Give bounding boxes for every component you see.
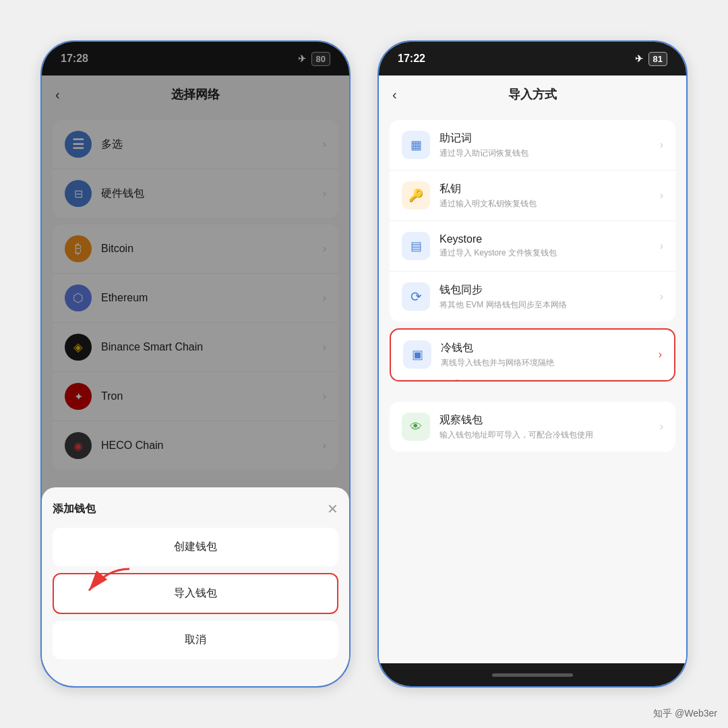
walletsync-text: 钱包同步 将其他 EVM 网络钱包同步至本网络 bbox=[439, 283, 660, 311]
import-method-list: ▦ 助记词 通过导入助记词恢复钱包 › 🔑 私钥 通过输入明文私钥恢复钱包 › bbox=[379, 113, 686, 663]
watch-chevron: › bbox=[660, 421, 663, 433]
mnemonic-desc: 通过导入助记词恢复钱包 bbox=[439, 148, 660, 159]
time-right: 17:22 bbox=[398, 53, 425, 65]
battery-right: 81 bbox=[648, 52, 667, 66]
method-card-standard: ▦ 助记词 通过导入助记词恢复钱包 › 🔑 私钥 通过输入明文私钥恢复钱包 › bbox=[390, 120, 675, 322]
watch-icon: 👁 bbox=[402, 413, 430, 441]
right-page-header: ‹ 导入方式 bbox=[379, 75, 686, 113]
right-phone-content: ‹ 导入方式 ▦ 助记词 通过导入助记词恢复钱包 › 🔑 私钥 bbox=[379, 75, 686, 663]
keystore-desc: 通过导入 Keystore 文件恢复钱包 bbox=[439, 247, 660, 259]
right-arrow-annotation bbox=[411, 374, 465, 382]
walletsync-chevron: › bbox=[660, 291, 663, 303]
cold-chevron: › bbox=[659, 348, 662, 361]
walletsync-desc: 将其他 EVM 网络钱包同步至本网络 bbox=[439, 299, 660, 311]
cold-icon: ▣ bbox=[403, 340, 431, 369]
keystore-chevron: › bbox=[660, 240, 663, 252]
sheet-header: 添加钱包 ✕ bbox=[53, 501, 338, 517]
privatekey-text: 私钥 通过输入明文私钥恢复钱包 bbox=[439, 182, 660, 210]
privatekey-title: 私钥 bbox=[439, 182, 660, 196]
cold-text: 冷钱包 离线导入钱包并与网络环境隔绝 bbox=[441, 341, 659, 369]
status-right-right: ✈ 81 bbox=[635, 52, 667, 66]
keystore-icon: ▤ bbox=[402, 232, 430, 260]
watch-wallet-card: 👁 观察钱包 输入钱包地址即可导入，可配合冷钱包使用 › bbox=[390, 402, 675, 452]
right-phone: 17:22 ✈ 81 ‹ 导入方式 ▦ 助记词 通过导入助记词恢复钱包 › bbox=[377, 40, 688, 688]
method-item-watch[interactable]: 👁 观察钱包 输入钱包地址即可导入，可配合冷钱包使用 › bbox=[390, 402, 675, 452]
method-item-walletsync[interactable]: ⟳ 钱包同步 将其他 EVM 网络钱包同步至本网络 › bbox=[390, 272, 675, 322]
left-phone: 17:28 ✈ 80 ‹ 选择网络 ☰ 多选 › ⊟ 硬件钱包 › bbox=[40, 40, 351, 688]
method-item-privatekey[interactable]: 🔑 私钥 通过输入明文私钥恢复钱包 › bbox=[390, 171, 675, 221]
cold-desc: 离线导入钱包并与网络环境隔绝 bbox=[441, 357, 659, 369]
arrow-annotation-left bbox=[82, 562, 136, 599]
mnemonic-title: 助记词 bbox=[439, 131, 660, 146]
method-item-mnemonic[interactable]: ▦ 助记词 通过导入助记词恢复钱包 › bbox=[390, 120, 675, 171]
cancel-button[interactable]: 取消 bbox=[53, 621, 338, 659]
cold-title: 冷钱包 bbox=[441, 341, 659, 355]
walletsync-icon: ⟳ bbox=[402, 282, 430, 311]
close-button[interactable]: ✕ bbox=[327, 501, 338, 517]
right-home-bar bbox=[492, 673, 573, 677]
right-page-title: 导入方式 bbox=[508, 86, 557, 102]
right-home-indicator bbox=[379, 663, 686, 686]
watermark: 知乎 @Web3er bbox=[653, 708, 717, 720]
privatekey-icon: 🔑 bbox=[402, 181, 430, 210]
mnemonic-text: 助记词 通过导入助记词恢复钱包 bbox=[439, 131, 660, 159]
privatekey-chevron: › bbox=[660, 189, 663, 202]
method-item-cold[interactable]: ▣ 冷钱包 离线导入钱包并与网络环境隔绝 › bbox=[391, 330, 674, 380]
watch-desc: 输入钱包地址即可导入，可配合冷钱包使用 bbox=[439, 429, 660, 441]
status-bar-right: 17:22 ✈ 81 bbox=[379, 42, 686, 75]
create-wallet-button[interactable]: 创建钱包 bbox=[53, 528, 338, 566]
right-back-button[interactable]: ‹ bbox=[392, 87, 397, 102]
method-item-keystore[interactable]: ▤ Keystore 通过导入 Keystore 文件恢复钱包 › bbox=[390, 221, 675, 272]
mnemonic-icon: ▦ bbox=[402, 131, 430, 159]
watch-text: 观察钱包 输入钱包地址即可导入，可配合冷钱包使用 bbox=[439, 413, 660, 441]
red-arrow-right bbox=[411, 374, 465, 382]
mnemonic-chevron: › bbox=[660, 139, 663, 151]
sheet-title: 添加钱包 bbox=[53, 502, 96, 516]
keystore-title: Keystore bbox=[439, 233, 660, 245]
red-arrow-left bbox=[82, 562, 136, 596]
watch-title: 观察钱包 bbox=[439, 413, 660, 427]
walletsync-title: 钱包同步 bbox=[439, 283, 660, 297]
airplane-icon-right: ✈ bbox=[635, 53, 643, 64]
keystore-text: Keystore 通过导入 Keystore 文件恢复钱包 bbox=[439, 233, 660, 259]
privatekey-desc: 通过输入明文私钥恢复钱包 bbox=[439, 198, 660, 210]
cold-wallet-card: ▣ 冷钱包 离线导入钱包并与网络环境隔绝 › bbox=[390, 328, 675, 382]
